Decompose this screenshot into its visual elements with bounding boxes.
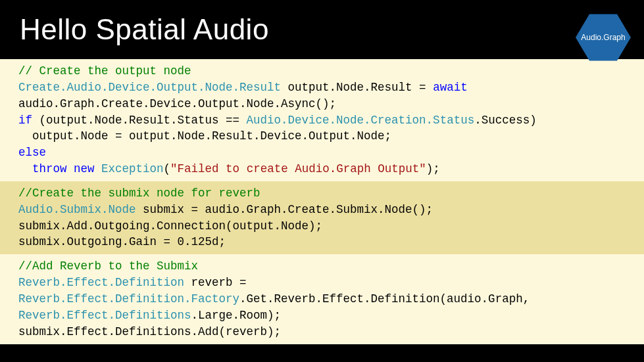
code-block-1: // Create the output node Create.Audio.D… — [0, 59, 644, 181]
code-comment: // Create the output node — [18, 64, 191, 78]
badge-hexagon: Audio.Graph — [576, 13, 631, 62]
code-text: ); — [426, 162, 440, 175]
code-block-3: //Add Reverb to the Submix Reverb.Effect… — [0, 254, 644, 344]
code-type: Audio.Submix.Node — [18, 203, 136, 216]
slide-header: Hello Spatial Audio Audio.Graph — [0, 0, 644, 59]
code-type: Audio.Device.Node.Creation.Status — [247, 114, 475, 127]
code-text: output.Node.Result = — [281, 81, 433, 94]
code-keyword: else — [18, 146, 46, 159]
code-text: reverb = — [184, 276, 247, 289]
code-keyword: await — [433, 81, 468, 94]
code-text: audio.Graph.Create.Device.Output.Node.As… — [18, 97, 336, 110]
code-text: submix.Outgoing.Gain = 0.125d; — [18, 235, 226, 248]
page-title: Hello Spatial Audio — [20, 13, 269, 59]
code-text: .Get.Reverb.Effect.Definition(audio.Grap… — [239, 292, 530, 305]
code-text: submix = audio.Graph.Create.Submix.Node(… — [136, 203, 433, 216]
code-type: Reverb.Effect.Definitions — [18, 309, 191, 322]
code-text: (output.Node.Result.Status == — [32, 114, 247, 127]
code-text: output.Node = output.Node.Result.Device.… — [18, 129, 391, 143]
code-text: .Large.Room); — [191, 309, 282, 322]
code-keyword: throw — [32, 162, 67, 175]
code-keyword: new — [74, 162, 95, 175]
code-text: .Success) — [474, 114, 537, 127]
code-text: submix.Add.Outgoing.Connection(output.No… — [18, 219, 322, 233]
code-text: submix.Effect.Definitions.Add(reverb); — [18, 325, 281, 338]
code-text: ( — [164, 162, 171, 175]
code-block-2: //Create the submix node for reverb Audi… — [0, 181, 644, 254]
code-type: Exception — [101, 162, 164, 175]
code-type: Create.Audio.Device.Output.Node.Result — [18, 81, 281, 94]
code-type: Reverb.Effect.Definition.Factory — [18, 292, 239, 305]
code-comment: //Add Reverb to the Submix — [18, 260, 198, 273]
code-area: // Create the output node Create.Audio.D… — [0, 59, 644, 362]
code-text — [18, 162, 32, 175]
code-comment: //Create the submix node for reverb — [18, 187, 260, 200]
code-keyword: if — [18, 114, 32, 127]
code-string: "Failed to create Audio.Graph Output" — [170, 162, 426, 175]
code-type: Reverb.Effect.Definition — [18, 276, 184, 289]
badge-label: Audio.Graph — [581, 33, 625, 42]
